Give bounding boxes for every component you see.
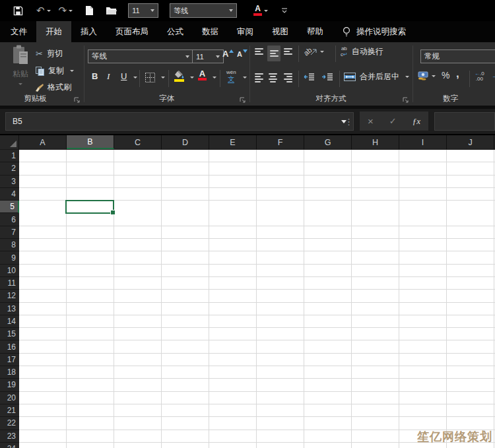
row-header-7[interactable]: 7 bbox=[0, 226, 19, 239]
percent-style-button[interactable]: % bbox=[442, 70, 449, 80]
align-center-button[interactable] bbox=[269, 73, 277, 82]
tab-1[interactable]: 开始 bbox=[36, 21, 71, 42]
row-header-8[interactable]: 8 bbox=[0, 239, 19, 251]
merge-center-button[interactable]: 合并后居中 bbox=[344, 71, 409, 82]
clipboard-dialog-launcher[interactable] bbox=[74, 97, 80, 103]
top-align-button[interactable] bbox=[255, 48, 263, 55]
name-box[interactable]: B5 bbox=[5, 112, 354, 131]
row-header-13[interactable]: 13 bbox=[0, 303, 19, 315]
font-size-select[interactable]: 11 bbox=[192, 49, 224, 63]
italic-button[interactable]: I bbox=[107, 71, 110, 82]
phonetic-caret-icon[interactable] bbox=[243, 77, 247, 79]
column-header-B[interactable]: B bbox=[67, 135, 114, 149]
increase-indent-button[interactable] bbox=[322, 73, 333, 81]
fill-color-button[interactable] bbox=[174, 71, 184, 82]
borders-button[interactable] bbox=[145, 73, 155, 82]
copy-button[interactable]: 复制 bbox=[36, 65, 74, 77]
row-header-5[interactable]: 5 bbox=[0, 201, 19, 213]
column-header-E[interactable]: E bbox=[209, 135, 257, 149]
borders-caret-icon[interactable] bbox=[161, 77, 165, 79]
open-file-button[interactable] bbox=[102, 2, 121, 19]
qat-font-size-select[interactable]: 11 bbox=[128, 3, 158, 18]
row-header-15[interactable]: 15 bbox=[0, 328, 19, 340]
font-dialog-launcher[interactable] bbox=[240, 97, 246, 103]
increase-decimal-button[interactable]: ←.0 .00 bbox=[475, 71, 484, 82]
selected-cell[interactable] bbox=[65, 200, 114, 214]
customize-qat-button[interactable] bbox=[277, 2, 292, 19]
undo-caret-icon[interactable] bbox=[47, 10, 51, 12]
column-header-J[interactable]: J bbox=[447, 135, 494, 149]
comma-style-button[interactable]: , bbox=[456, 67, 459, 80]
row-header-9[interactable]: 9 bbox=[0, 251, 19, 264]
tell-me-search[interactable]: 操作说明搜索 bbox=[342, 21, 406, 42]
alignment-dialog-launcher[interactable] bbox=[403, 97, 409, 103]
row-header-21[interactable]: 21 bbox=[0, 404, 19, 417]
qat-font-color-button[interactable]: A bbox=[249, 2, 272, 19]
redo-caret-icon[interactable] bbox=[69, 10, 73, 12]
row-header-16[interactable]: 16 bbox=[0, 340, 19, 353]
font-name-select[interactable]: 等线 bbox=[88, 49, 193, 63]
merge-center-caret-icon[interactable] bbox=[405, 76, 409, 78]
column-header-I[interactable]: I bbox=[399, 135, 447, 149]
row-header-1[interactable]: 1 bbox=[0, 150, 19, 162]
tab-5[interactable]: 数据 bbox=[193, 21, 228, 42]
underline-caret-icon[interactable] bbox=[133, 77, 137, 79]
decrease-decimal-button[interactable]: → bbox=[492, 73, 495, 79]
fill-handle[interactable] bbox=[110, 210, 116, 215]
qat-font-color-caret-icon[interactable] bbox=[264, 10, 268, 12]
column-header-C[interactable]: C bbox=[114, 135, 162, 149]
ribbon-font-color-caret-icon[interactable] bbox=[213, 77, 216, 79]
underline-button[interactable]: U bbox=[121, 71, 127, 81]
accounting-format-button[interactable] bbox=[418, 71, 436, 80]
bottom-align-button[interactable] bbox=[284, 48, 292, 55]
grow-font-button[interactable]: A bbox=[222, 49, 234, 59]
align-left-button[interactable] bbox=[255, 73, 263, 82]
tab-0[interactable]: 文件 bbox=[1, 21, 36, 42]
accounting-caret-icon[interactable] bbox=[432, 75, 436, 77]
enter-button[interactable]: ✓ bbox=[389, 116, 397, 126]
orientation-caret-icon[interactable] bbox=[320, 51, 324, 53]
new-file-button[interactable] bbox=[81, 2, 98, 19]
number-format-select[interactable]: 常规 bbox=[420, 49, 495, 63]
copy-caret-icon[interactable] bbox=[70, 70, 74, 72]
row-header-18[interactable]: 18 bbox=[0, 366, 19, 379]
column-header-A[interactable]: A bbox=[19, 135, 67, 149]
row-header-20[interactable]: 20 bbox=[0, 392, 19, 404]
tab-7[interactable]: 视图 bbox=[263, 21, 298, 42]
undo-button[interactable]: ↶ bbox=[32, 2, 55, 19]
tab-8[interactable]: 帮助 bbox=[298, 21, 333, 42]
row-header-3[interactable]: 3 bbox=[0, 176, 19, 188]
row-header-4[interactable]: 4 bbox=[0, 188, 19, 201]
formula-input[interactable] bbox=[434, 112, 495, 131]
middle-align-button[interactable] bbox=[267, 46, 280, 61]
phonetic-button[interactable]: wén 文 bbox=[226, 70, 236, 83]
decrease-indent-button[interactable] bbox=[304, 73, 315, 81]
redo-button[interactable]: ↷ bbox=[55, 2, 77, 19]
row-header-2[interactable]: 2 bbox=[0, 162, 19, 175]
tab-3[interactable]: 页面布局 bbox=[106, 21, 158, 42]
formula-bar-options-icon[interactable]: ⋮ bbox=[345, 109, 353, 134]
tab-4[interactable]: 公式 bbox=[158, 21, 193, 42]
select-all-button[interactable] bbox=[0, 135, 19, 150]
column-header-F[interactable]: F bbox=[257, 135, 304, 149]
row-header-19[interactable]: 19 bbox=[0, 379, 19, 391]
row-header-10[interactable]: 10 bbox=[0, 265, 19, 277]
cell-grid[interactable]: 笙亿网络策划 bbox=[19, 150, 495, 448]
row-header-24[interactable]: 24 bbox=[0, 443, 19, 448]
column-header-H[interactable]: H bbox=[352, 135, 399, 149]
align-right-button[interactable] bbox=[284, 73, 292, 82]
format-painter-button[interactable]: 格式刷 bbox=[34, 82, 71, 93]
row-header-23[interactable]: 23 bbox=[0, 430, 19, 443]
row-header-22[interactable]: 22 bbox=[0, 417, 19, 430]
column-header-G[interactable]: G bbox=[304, 135, 352, 149]
shrink-font-button[interactable]: A bbox=[237, 50, 248, 58]
cut-button[interactable]: ✂ 剪切 bbox=[36, 48, 63, 59]
orientation-button[interactable]: ab bbox=[304, 48, 324, 55]
fill-color-caret-icon[interactable] bbox=[190, 77, 194, 79]
paste-caret-icon[interactable] bbox=[18, 83, 22, 85]
row-header-6[interactable]: 6 bbox=[0, 213, 19, 226]
row-header-12[interactable]: 12 bbox=[0, 290, 19, 302]
tab-2[interactable]: 插入 bbox=[71, 21, 106, 42]
wrap-text-button[interactable]: ab c↵ 自动换行 bbox=[341, 46, 383, 57]
paste-button[interactable]: 粘贴 bbox=[7, 45, 34, 85]
